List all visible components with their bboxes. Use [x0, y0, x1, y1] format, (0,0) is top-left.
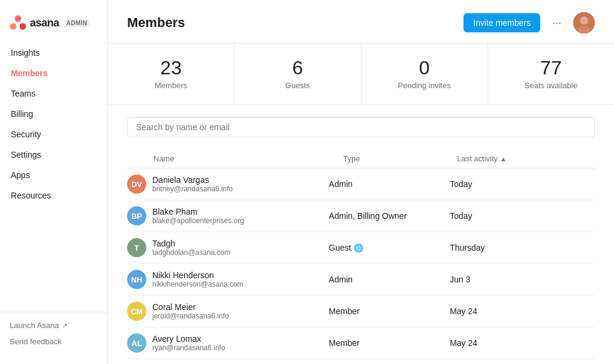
table-row: BP Blake Pham blake@apolloenterprises.or…: [127, 200, 595, 232]
member-info-5: AL Avery Lomax ryan@randasana6.info: [127, 333, 329, 353]
member-type-5: Member: [329, 338, 450, 348]
logo: asana ADMIN: [0, 10, 107, 43]
row-actions-1: ···: [571, 208, 595, 224]
sort-arrow-icon: ▲: [500, 155, 507, 163]
table-row: T Tadgh tadghdolan@asana.com Guest 🌐 Thu…: [127, 232, 595, 264]
member-avatar-3: NH: [127, 270, 146, 289]
col-name-header: Name: [127, 154, 343, 163]
stat-label-members: Members: [155, 81, 187, 90]
stat-guests: 6 Guests: [234, 44, 361, 104]
member-activity-1: Today: [450, 211, 571, 221]
col-type-header: Type: [343, 154, 457, 163]
sidebar-item-insights[interactable]: Insights: [5, 43, 103, 62]
member-type-4: Member: [329, 306, 450, 316]
member-details-5: Avery Lomax ryan@randasana6.info: [152, 334, 225, 352]
stat-number-seats: 77: [540, 58, 562, 77]
member-email-0: britney@randasana6.info: [152, 185, 233, 193]
sidebar: asana ADMIN InsightsMembersTeamsBillingS…: [0, 0, 108, 364]
member-details-3: Nikki Henderson nikkihenderson@asana.com: [152, 270, 243, 288]
stat-label-seats: Seats available: [525, 81, 577, 90]
stat-members: 23 Members: [108, 44, 234, 104]
sidebar-nav: InsightsMembersTeamsBillingSecuritySetti…: [0, 43, 107, 312]
member-info-1: BP Blake Pham blake@apolloenterprises.or…: [127, 206, 329, 225]
user-avatar[interactable]: [573, 12, 595, 34]
member-avatar-0: DV: [127, 175, 146, 194]
app-name: asana: [30, 17, 59, 29]
member-activity-2: Thursday: [450, 243, 571, 252]
table-row: NH Nikki Henderson nikkihenderson@asana.…: [127, 264, 595, 296]
member-avatar-5: AL: [127, 333, 146, 353]
member-info-4: CM Coral Meier jeroid@randasana6.info: [127, 302, 329, 321]
member-name-1: Blake Pham: [152, 207, 244, 216]
member-avatar-2: T: [127, 238, 146, 257]
external-link-icon: ↗: [62, 322, 67, 329]
table-row: DV Daniela Vargas britney@randasana6.inf…: [127, 169, 595, 200]
sidebar-footer-send-feedback[interactable]: Send feedback: [10, 333, 98, 350]
stat-number-members: 23: [160, 58, 182, 77]
member-email-1: blake@apolloenterprises.org: [152, 216, 244, 225]
member-activity-5: May 24: [450, 338, 571, 348]
invite-members-button[interactable]: Invite members: [463, 13, 540, 32]
sidebar-footer-launch-asana[interactable]: Launch Asana ↗: [10, 317, 98, 333]
row-actions-5: ···: [571, 335, 595, 351]
member-name-3: Nikki Henderson: [152, 270, 243, 280]
sidebar-item-settings[interactable]: Settings: [5, 145, 103, 164]
member-info-3: NH Nikki Henderson nikkihenderson@asana.…: [127, 270, 329, 289]
stat-label-guests: Guests: [285, 81, 310, 90]
row-actions-3: ···: [571, 272, 595, 287]
member-name-5: Avery Lomax: [152, 334, 225, 344]
sidebar-item-teams[interactable]: Teams: [5, 84, 103, 103]
stat-label-pending: Pending invites: [398, 81, 451, 90]
member-name-4: Coral Meier: [152, 302, 229, 312]
member-activity-4: May 24: [450, 306, 571, 316]
member-email-2: tadghdolan@asana.com: [152, 248, 230, 257]
svg-point-4: [580, 16, 588, 25]
member-email-5: ryan@randasana6.info: [152, 344, 225, 352]
sidebar-item-apps[interactable]: Apps: [5, 166, 103, 185]
page-title: Members: [127, 15, 185, 31]
stat-seats: 77 Seats available: [488, 44, 614, 104]
main-content: Members Invite members ··· 23 Members 6 …: [108, 0, 614, 364]
col-actions-header: [571, 154, 595, 163]
more-options-button[interactable]: ···: [547, 14, 566, 32]
admin-badge: ADMIN: [64, 19, 90, 27]
member-details-1: Blake Pham blake@apolloenterprises.org: [152, 207, 244, 225]
table-header: Name Type Last activity ▲: [127, 149, 595, 169]
table-row: TT Trish Tormey trish@asana.com Guest 🌐 …: [127, 359, 595, 364]
search-input[interactable]: [127, 117, 595, 137]
sidebar-footer: Launch Asana ↗Send feedback: [0, 312, 107, 354]
row-actions-4: ···: [571, 303, 595, 319]
member-name-0: Daniela Vargas: [152, 175, 233, 185]
avatar-image: [573, 12, 595, 34]
stat-pending: 0 Pending invites: [362, 44, 488, 104]
member-avatar-1: BP: [127, 206, 146, 225]
stats-row: 23 Members 6 Guests 0 Pending invites 77…: [108, 44, 614, 105]
member-activity-0: Today: [450, 179, 571, 189]
members-table: DV Daniela Vargas britney@randasana6.inf…: [127, 169, 595, 364]
member-details-2: Tadgh tadghdolan@asana.com: [152, 239, 230, 257]
member-details-4: Coral Meier jeroid@randasana6.info: [152, 302, 229, 320]
page-header: Members Invite members ···: [108, 0, 614, 44]
header-actions: Invite members ···: [463, 12, 595, 34]
sidebar-item-resources[interactable]: Resources: [5, 186, 103, 205]
asana-logo: [10, 14, 26, 31]
stat-number-pending: 0: [419, 58, 430, 77]
member-email-3: nikkihenderson@asana.com: [152, 280, 243, 288]
stat-number-guests: 6: [292, 58, 303, 77]
member-avatar-4: CM: [127, 302, 146, 321]
member-details-0: Daniela Vargas britney@randasana6.info: [152, 175, 233, 193]
member-info-2: T Tadgh tadghdolan@asana.com: [127, 238, 329, 257]
sidebar-item-billing[interactable]: Billing: [5, 104, 103, 124]
member-name-2: Tadgh: [152, 239, 230, 248]
svg-point-1: [10, 23, 17, 30]
sidebar-item-security[interactable]: Security: [5, 125, 103, 144]
col-activity-header[interactable]: Last activity ▲: [457, 154, 571, 163]
globe-icon: 🌐: [354, 243, 363, 252]
row-actions-2: ···: [571, 240, 595, 255]
table-row: CM Coral Meier jeroid@randasana6.info Me…: [127, 296, 595, 327]
member-activity-3: Jun 3: [450, 275, 571, 284]
member-email-4: jeroid@randasana6.info: [152, 312, 229, 320]
content-area: Name Type Last activity ▲ DV Daniela Var…: [108, 105, 614, 364]
svg-point-2: [20, 23, 26, 30]
sidebar-item-members[interactable]: Members: [5, 64, 103, 83]
